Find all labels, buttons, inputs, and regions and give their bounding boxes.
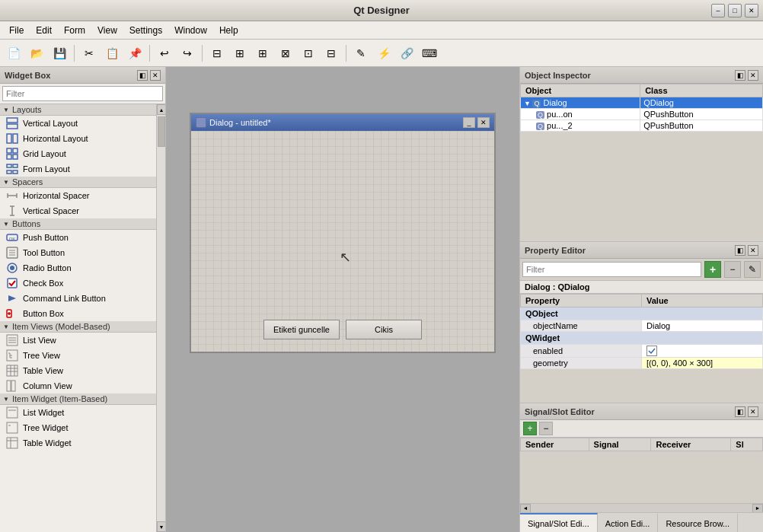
scrollbar-down-button[interactable]: ▼ — [157, 521, 165, 532]
table-row[interactable]: enabled — [521, 345, 763, 358]
dialog-exit-button[interactable]: Cikis — [346, 320, 422, 339]
widget-column-view[interactable]: Column View — [0, 378, 156, 393]
open-button[interactable]: 📂 — [26, 43, 47, 64]
svg-rect-45 — [7, 381, 11, 391]
dialog-update-button[interactable]: Etiketi guncelle — [263, 320, 340, 339]
signal-slot-float-button[interactable]: ◧ — [735, 406, 745, 417]
redo-button[interactable]: ↪ — [177, 43, 198, 64]
widget-vertical-layout[interactable]: Vertical Layout — [0, 116, 156, 131]
widget-radio-button[interactable]: Radio Button — [0, 260, 156, 276]
widget-grid-layout[interactable]: Grid Layout — [0, 146, 156, 161]
cut-button[interactable]: ✂ — [78, 43, 100, 64]
scrollbar-up-button[interactable]: ▲ — [157, 104, 165, 115]
table-row[interactable]: Q pu...on QPushButton — [521, 109, 763, 120]
widget-button-box[interactable]: Button Box — [0, 306, 156, 321]
menu-help[interactable]: Help — [213, 24, 244, 37]
menu-view[interactable]: View — [91, 24, 123, 37]
property-add-button[interactable]: + — [704, 261, 721, 278]
menu-window[interactable]: Window — [168, 24, 213, 37]
widget-check-box[interactable]: Check Box — [0, 276, 156, 291]
signal-edit-button[interactable]: ⚡ — [373, 43, 394, 64]
copy-button[interactable]: 📋 — [101, 43, 123, 64]
section-spacers[interactable]: Spacers — [0, 177, 156, 188]
receiver-col-header: Receiver — [651, 438, 731, 451]
widget-tool-button[interactable]: Tool Button — [0, 245, 156, 260]
hscroll-right-button[interactable]: ► — [752, 504, 763, 513]
menu-file[interactable]: File — [3, 24, 30, 37]
widget-table-widget[interactable]: Table Widget — [0, 435, 156, 451]
signal-slot-title: Signal/Slot Editor — [525, 407, 595, 416]
widget-horizontal-layout[interactable]: Horizontal Layout — [0, 131, 156, 146]
close-button[interactable]: ✕ — [745, 4, 758, 18]
object-inspector-float-button[interactable]: ◧ — [735, 70, 745, 81]
tab-signal-slot-editor[interactable]: Signal/Slot Edi... — [520, 513, 598, 532]
section-item-widget[interactable]: Item Widget (Item-Based) — [0, 393, 156, 405]
object-inspector-close-button[interactable]: ✕ — [748, 70, 758, 81]
property-config-button[interactable]: ✎ — [744, 261, 761, 278]
table-row[interactable]: Q pu..._2 QPushButton — [521, 120, 763, 132]
widget-tree-view[interactable]: Tree View — [0, 348, 156, 363]
widget-push-button[interactable]: OK Push Button — [0, 230, 156, 245]
layout-break-button[interactable]: ⊡ — [298, 43, 319, 64]
widget-table-view[interactable]: Table View — [0, 363, 156, 378]
layout-vert-button[interactable]: ⊞ — [229, 43, 251, 64]
menu-settings[interactable]: Settings — [123, 24, 168, 37]
widget-box-float-button[interactable]: ◧ — [137, 70, 148, 81]
menu-form[interactable]: Form — [58, 24, 91, 37]
grid-layout-label: Grid Layout — [23, 149, 66, 158]
widget-list-widget[interactable]: List Widget — [0, 405, 156, 420]
signal-slot-close-button[interactable]: ✕ — [748, 406, 758, 417]
widget-command-link-button[interactable]: Command Link Button — [0, 291, 156, 306]
undo-button[interactable]: ↩ — [154, 43, 175, 64]
layout-adjust-button[interactable]: ⊟ — [321, 43, 342, 64]
widget-edit-button[interactable]: ✎ — [350, 43, 372, 64]
property-remove-button[interactable]: − — [724, 261, 741, 278]
dialog-minimize-button[interactable]: _ — [463, 117, 475, 128]
tab-resource-browser[interactable]: Resource Brow... — [658, 513, 738, 532]
property-filter-input[interactable] — [522, 262, 701, 277]
menu-edit[interactable]: Edit — [30, 24, 58, 37]
hscroll-left-button[interactable]: ◄ — [520, 504, 531, 513]
svg-rect-49 — [7, 422, 18, 433]
enabled-value[interactable] — [642, 345, 763, 358]
widget-box-close-button[interactable]: ✕ — [150, 70, 161, 81]
dialog-close-button[interactable]: ✕ — [477, 117, 490, 128]
new-button[interactable]: 📄 — [3, 43, 24, 64]
enabled-checkbox[interactable] — [646, 346, 657, 356]
table-row[interactable]: geometry [(0, 0), 400 × 300] — [521, 358, 763, 369]
widget-horizontal-spacer[interactable]: Horizontal Spacer — [0, 188, 156, 203]
minimize-button[interactable]: – — [711, 4, 725, 18]
buddy-edit-button[interactable]: 🔗 — [396, 43, 417, 64]
layout-horiz-button[interactable]: ⊟ — [206, 43, 228, 64]
section-item-views[interactable]: Item Views (Model-Based) — [0, 321, 156, 333]
tab-order-button[interactable]: ⌨ — [419, 43, 440, 64]
scrollbar-thumb[interactable] — [158, 116, 165, 147]
widget-list-scrollbar[interactable]: ▲ ▼ — [156, 104, 165, 532]
widget-tree-widget[interactable]: Tree Widget — [0, 420, 156, 435]
widget-filter-input[interactable] — [2, 86, 163, 101]
maximize-button[interactable]: □ — [728, 4, 742, 18]
layout-grid-button[interactable]: ⊞ — [252, 43, 273, 64]
tab-action-editor[interactable]: Action Edi... — [598, 513, 659, 532]
widget-form-layout[interactable]: Form Layout — [0, 161, 156, 177]
layout-form-button[interactable]: ⊠ — [275, 43, 296, 64]
svg-rect-0 — [7, 118, 18, 123]
save-button[interactable]: 💾 — [49, 43, 70, 64]
section-buttons[interactable]: Buttons — [0, 218, 156, 230]
widget-vertical-spacer[interactable]: Vertical Spacer — [0, 203, 156, 218]
table-row[interactable]: objectName Dialog — [521, 320, 763, 332]
table-row[interactable]: ▼ Q Dialog QDialog — [521, 97, 763, 109]
toolbar-sep-2 — [149, 45, 150, 62]
geometry-value[interactable]: [(0, 0), 400 × 300] — [642, 358, 763, 369]
signal-remove-button[interactable]: − — [539, 422, 553, 435]
paste-button[interactable]: 📌 — [124, 43, 145, 64]
property-editor-float-button[interactable]: ◧ — [735, 245, 745, 256]
widget-list-view[interactable]: List View — [0, 333, 156, 348]
signal-add-button[interactable]: + — [523, 422, 537, 435]
dialog-window[interactable]: Dialog - untitled* _ ✕ ↖ Etiketi guncell… — [190, 113, 496, 353]
property-editor-close-button[interactable]: ✕ — [748, 245, 758, 256]
section-layouts[interactable]: Layouts — [0, 104, 156, 116]
signal-hscrollbar[interactable]: ◄ ► — [520, 503, 763, 512]
objectname-value[interactable]: Dialog — [642, 320, 763, 332]
dialog-body[interactable]: ↖ Etiketi guncelle Cikis — [191, 131, 494, 352]
